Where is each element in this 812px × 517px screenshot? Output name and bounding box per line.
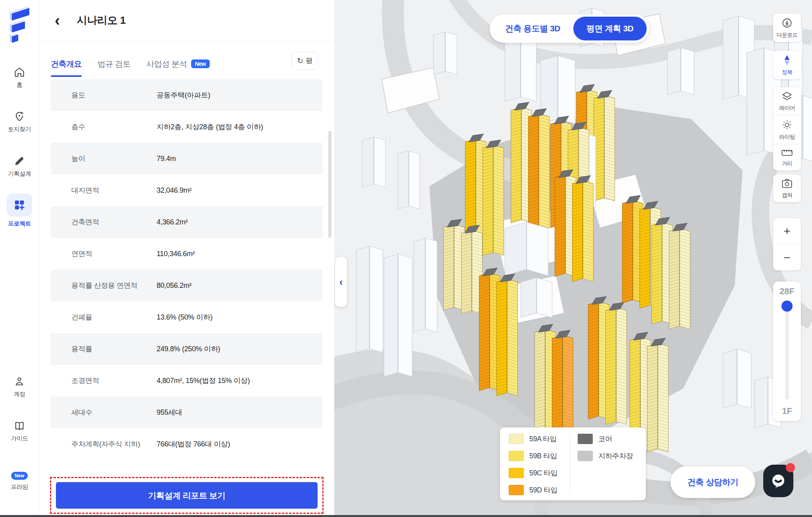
chat-launcher[interactable] [763, 465, 793, 497]
table-row: 층수지하2층, 지상28층 (법정 4층 이하) [51, 111, 322, 143]
screen-bottom-edge [0, 515, 812, 517]
distance-button[interactable]: 거리 [773, 144, 801, 170]
compass-north-icon [782, 55, 792, 66]
table-row: 건폐율13.6% (50% 이하) [51, 301, 322, 333]
legend-item: 59D 타입 [509, 485, 557, 495]
map-tools-card: 레이어 라이팅 거리 [773, 87, 801, 170]
zoom-in-button[interactable]: + [773, 218, 801, 244]
sidebar-item-guide[interactable]: 가이드 [0, 420, 39, 442]
legend-label: 59C 타입 [529, 468, 557, 478]
tool-label: 레이어 [774, 105, 800, 112]
row-label: 용적률 산정용 연면적 [71, 281, 138, 290]
view-planning-report-button[interactable]: 기획설계 리포트 보기 [56, 482, 318, 509]
floor-slider-track[interactable] [785, 308, 789, 400]
row-value: 13.6% (50% 이하) [157, 312, 213, 322]
legend-label: 59B 타입 [529, 451, 557, 461]
table-row: 대지면적32,046.9m² [51, 174, 322, 206]
projects-grid-plus-icon [13, 199, 25, 211]
sidebar-item-label: 프라임 [11, 483, 28, 491]
table-row: 용적률 산정용 연면적80,056.2m² [51, 270, 322, 301]
row-value: 79.4m [157, 155, 176, 163]
distance-icon [781, 148, 793, 157]
unit-type-legend: 59A 타입 59B 타입 59C 타입 59D 타입 코어 지하주차장 [500, 427, 646, 500]
scenario-panel: ‹ 시나리오 1 건축개요 법규 검토 사업성 분석 New ↻ 평 용도공동주… [39, 0, 334, 515]
active-item-highlight [7, 193, 32, 216]
sidebar-item-label: 기획설계 [8, 170, 31, 178]
row-value: 80,056.2m² [157, 281, 192, 290]
map-3d-view[interactable]: ‹ 건축 용도별 3D 평면 계획 3D 다운로드 [334, 0, 812, 515]
consult-button[interactable]: 건축 상담하기 [670, 466, 755, 498]
building-overview-table: 용도공동주택(아파트) 층수지하2층, 지상28층 (법정 4층 이하) 높이7… [51, 79, 322, 460]
capture-card: 캡쳐 [773, 174, 801, 202]
tab-feasibility-analysis[interactable]: 사업성 분석 New [146, 51, 210, 77]
download-card: 다운로드 [773, 13, 801, 42]
legend-swatch-parking [578, 451, 593, 461]
true-north-button[interactable]: 정북 [773, 51, 801, 79]
sidebar-item-account[interactable]: 계정 [0, 376, 39, 398]
sidebar-item-projects[interactable]: 프로젝트 [0, 193, 39, 228]
lighting-button[interactable]: 라이팅 [773, 115, 801, 144]
row-label: 연면적 [71, 249, 92, 258]
tool-label: 다운로드 [774, 32, 800, 39]
chevron-left-icon: ‹ [339, 276, 343, 288]
download-button[interactable]: 다운로드 [773, 13, 801, 42]
unit-toggle-button[interactable]: ↻ 평 [291, 52, 318, 70]
sidebar-item-label: 프로젝트 [8, 220, 31, 228]
capture-icon [781, 178, 793, 189]
row-value: 4,366.2m² [157, 218, 188, 226]
tab-bar: 건축개요 법규 검토 사업성 분석 New [51, 51, 210, 77]
row-value: 249.8% (250% 이하) [157, 344, 220, 354]
sidebar-item-land-search[interactable]: 토지찾기 [0, 111, 39, 133]
annotation-highlight-box: 기획설계 리포트 보기 [50, 477, 324, 514]
legend-item: 59A 타입 [509, 434, 557, 444]
sidebar-item-home[interactable]: 홈 [0, 67, 39, 89]
row-label: 주차계획(자주식 지하) [71, 439, 140, 449]
toggle-floorplan-3d[interactable]: 평면 계획 3D [573, 17, 647, 40]
row-value: 공동주택(아파트) [157, 90, 210, 100]
capture-button[interactable]: 캡쳐 [773, 174, 801, 202]
row-label: 용적률 [71, 344, 92, 354]
back-button[interactable]: ‹ [55, 11, 60, 29]
pencil-icon [14, 155, 25, 167]
panel-header: ‹ 시나리오 1 [39, 0, 334, 42]
toggle-usage-3d[interactable]: 건축 용도별 3D [492, 17, 573, 40]
row-label: 건폐율 [71, 312, 92, 322]
tab-building-overview[interactable]: 건축개요 [51, 51, 82, 77]
tool-label: 거리 [774, 160, 800, 167]
app-window: 홈 토지찾기 기획설계 [0, 0, 812, 517]
legend-swatch-59b [509, 451, 524, 461]
true-north-card: 정북 [773, 51, 801, 79]
sidebar: 홈 토지찾기 기획설계 [0, 0, 39, 515]
tab-label: 사업성 분석 [146, 59, 187, 69]
table-row: 용적률249.8% (250% 이하) [51, 333, 322, 365]
table-row: 세대수955세대 [51, 396, 322, 428]
legend-label: 지하주차장 [598, 451, 633, 461]
chat-bubble-icon [770, 472, 787, 490]
refresh-icon: ↻ [297, 56, 303, 65]
sidebar-item-label: 계정 [14, 391, 25, 398]
panel-collapse-handle[interactable]: ‹ [335, 257, 347, 307]
zoom-controls: + − [773, 218, 801, 270]
sidebar-item-label: 토지찾기 [8, 126, 31, 133]
sidebar-item-label: 가이드 [11, 435, 28, 442]
toggle-label: 평면 계획 3D [586, 23, 634, 34]
row-label: 대지면적 [71, 186, 99, 195]
tab-regulation-review[interactable]: 법규 검토 [98, 51, 130, 77]
tool-label: 라이팅 [774, 134, 800, 141]
zoom-out-button[interactable]: − [773, 244, 801, 270]
tool-label: 정북 [774, 69, 800, 76]
row-value: 4,807m², 15%(법정 15% 이상) [157, 376, 250, 385]
table-row: 주차계획(자주식 지하)766대(법정 766대 이상) [51, 428, 322, 460]
company-logo[interactable] [6, 5, 33, 44]
layers-button[interactable]: 레이어 [773, 87, 801, 115]
sidebar-item-planning[interactable]: 기획설계 [0, 155, 39, 178]
floor-slider-knob[interactable] [781, 301, 793, 312]
location-pin-plus-icon [14, 111, 25, 122]
sidebar-item-prime[interactable]: New 프라임 [0, 472, 39, 491]
layers-icon [781, 91, 793, 101]
table-row: 높이79.4m [51, 143, 322, 174]
legend-item: 59B 타입 [509, 451, 557, 461]
toggle-label: 건축 용도별 3D [505, 23, 560, 34]
panel-scrollbar[interactable] [328, 131, 331, 238]
tab-label: 법규 검토 [98, 59, 130, 69]
